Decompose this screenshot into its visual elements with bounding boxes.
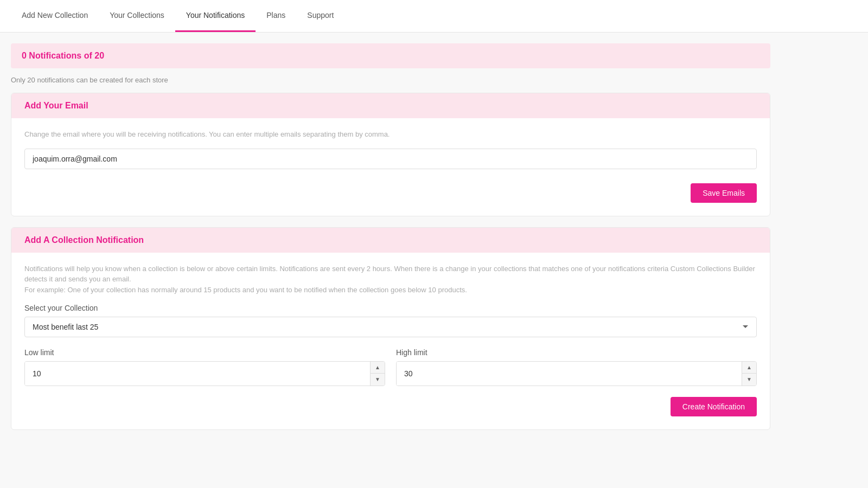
collection-select[interactable]: Most benefit last 25 bbox=[24, 317, 757, 337]
create-notification-row: Create Notification bbox=[24, 397, 757, 416]
nav-tabs: Add New Collection Your Collections Your… bbox=[11, 0, 344, 32]
high-limit-spinners: ▲ ▼ bbox=[742, 362, 756, 386]
create-notification-button[interactable]: Create Notification bbox=[671, 397, 757, 416]
collection-card-title: Add A Collection Notification bbox=[24, 235, 757, 245]
email-card: Add Your Email Change the email where yo… bbox=[11, 93, 770, 216]
high-limit-label: High limit bbox=[396, 348, 757, 357]
email-card-header: Add Your Email bbox=[11, 93, 770, 118]
low-limit-wrapper: ▲ ▼ bbox=[24, 361, 385, 386]
high-limit-wrapper: ▲ ▼ bbox=[396, 361, 757, 386]
top-bar: Add New Collection Your Collections Your… bbox=[0, 0, 868, 33]
notification-count-heading: 0 Notifications of 20 bbox=[22, 51, 760, 61]
tab-support[interactable]: Support bbox=[296, 0, 344, 32]
email-description: Change the email where you will be recei… bbox=[24, 129, 757, 140]
tab-add-new-collection[interactable]: Add New Collection bbox=[11, 0, 99, 32]
limits-row: Low limit ▲ ▼ High limit ▲ bbox=[24, 348, 757, 386]
email-card-title: Add Your Email bbox=[24, 101, 757, 111]
select-collection-label: Select your Collection bbox=[24, 304, 757, 312]
low-limit-label: Low limit bbox=[24, 348, 385, 357]
main-content: 0 Notifications of 20 Only 20 notificati… bbox=[0, 33, 781, 452]
notification-banner: 0 Notifications of 20 bbox=[11, 43, 770, 68]
tab-your-collections[interactable]: Your Collections bbox=[99, 0, 175, 32]
save-emails-row: Save Emails bbox=[24, 183, 757, 203]
save-emails-button[interactable]: Save Emails bbox=[691, 183, 757, 203]
collection-card: Add A Collection Notification Notificati… bbox=[11, 227, 770, 431]
low-limit-up-btn[interactable]: ▲ bbox=[371, 362, 385, 374]
collection-card-body: Notifications will help you know when a … bbox=[11, 253, 770, 430]
low-limit-down-btn[interactable]: ▼ bbox=[371, 374, 385, 386]
high-limit-input[interactable] bbox=[397, 362, 742, 386]
low-limit-group: Low limit ▲ ▼ bbox=[24, 348, 385, 386]
low-limit-input[interactable] bbox=[25, 362, 370, 386]
collection-description: Notifications will help you know when a … bbox=[24, 264, 757, 296]
high-limit-group: High limit ▲ ▼ bbox=[396, 348, 757, 386]
tab-plans[interactable]: Plans bbox=[256, 0, 296, 32]
collection-card-header: Add A Collection Notification bbox=[11, 228, 770, 253]
notification-limit-text: Only 20 notifications can be created for… bbox=[11, 76, 770, 84]
low-limit-spinners: ▲ ▼ bbox=[370, 362, 385, 386]
high-limit-down-btn[interactable]: ▼ bbox=[742, 374, 756, 386]
high-limit-up-btn[interactable]: ▲ bbox=[742, 362, 756, 374]
email-card-body: Change the email where you will be recei… bbox=[11, 118, 770, 216]
email-input[interactable] bbox=[24, 149, 757, 169]
tab-your-notifications[interactable]: Your Notifications bbox=[175, 0, 256, 32]
